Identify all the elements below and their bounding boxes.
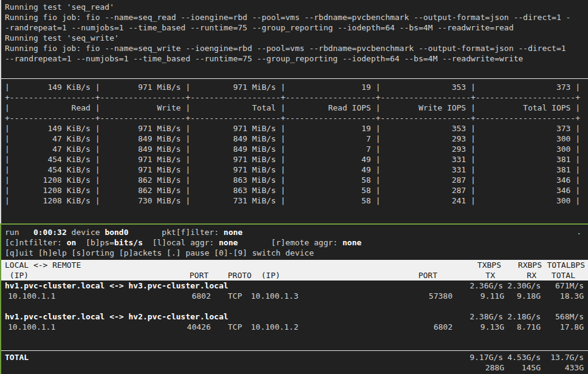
local-aggr-label: [l]ocal aggr: bbox=[143, 238, 219, 247]
storage-table-line: | Read | Write | Total | Read IOPS | Wri… bbox=[5, 103, 588, 113]
connection-hosts-row: hv1.pvc-cluster.local <-> hv3.pvc-cluste… bbox=[5, 280, 588, 291]
benchmark-pane: Running test 'seq_read'Running fio job: … bbox=[0, 0, 588, 223]
total-divider bbox=[1, 350, 588, 351]
tx-header: TX bbox=[485, 270, 495, 280]
total-rx-volume: 145G bbox=[522, 362, 541, 373]
connection-protocol: TCP bbox=[228, 291, 242, 301]
storage-table-line: | 149 KiB/s | 971 MiB/s | 971 MiB/s | 19… bbox=[5, 123, 588, 134]
rx-header: RX bbox=[527, 270, 536, 280]
run-label: run bbox=[5, 228, 33, 237]
fio-log-line: -randrepeat=1 --numjobs=1 --time_based -… bbox=[5, 22, 588, 33]
connection-grand-total: 18.3G bbox=[560, 291, 584, 301]
connection-total-rate: 671M/s bbox=[555, 280, 584, 291]
connection-local-port: 6802 bbox=[192, 291, 211, 301]
total-rate: 13.7G/s bbox=[550, 352, 584, 362]
txbps-header: TXBPS bbox=[477, 260, 501, 270]
connection-block: hv1.pvc-cluster.local <-> hv3.pvc-cluste… bbox=[5, 280, 588, 311]
header-row-1: LOCAL <-> REMOTETXBPSRXBPSTOTALBPS bbox=[5, 260, 588, 270]
remote-aggr-value: none bbox=[343, 238, 361, 247]
remote-port-header: PORT bbox=[419, 270, 437, 280]
connection-tx-rate: 2.36G/s bbox=[470, 280, 503, 291]
storage-table-line: +------------------+------------------+-… bbox=[5, 113, 588, 123]
jnettop-table-header: LOCAL <-> REMOTETXBPSRXBPSTOTALBPS (IP)P… bbox=[1, 260, 588, 280]
jnettop-pane: . run 0:00:32 device bond0 pkt[f]ilter: … bbox=[0, 225, 588, 374]
connection-hosts: hv1.pvc-cluster.local <-> hv3.pvc-cluste… bbox=[5, 281, 228, 290]
storage-table-line: | 454 KiB/s | 971 MiB/s | 971 MiB/s | 49… bbox=[5, 154, 588, 165]
total-tx-rate: 9.17G/s bbox=[470, 352, 503, 362]
connection-tx-rate: 2.38G/s bbox=[470, 311, 503, 322]
connection-rx-total: 8.71G bbox=[517, 322, 541, 332]
blank-line bbox=[5, 301, 588, 311]
fio-log-line: Running test 'seq_write' bbox=[5, 33, 588, 43]
jnettop-status-line: run 0:00:32 device bond0 pkt[f]ilter: no… bbox=[5, 227, 588, 237]
total-volume: 433G bbox=[565, 362, 584, 373]
pktfilter-value: none bbox=[224, 228, 242, 237]
activity-indicator: . bbox=[576, 226, 581, 237]
total-header: TOTAL bbox=[552, 270, 575, 280]
rxbps-header: RXBPS bbox=[518, 260, 542, 270]
connection-local-port: 40426 bbox=[187, 322, 211, 332]
connection-remote-port: 57380 bbox=[429, 291, 453, 301]
fio-log-line: --randrepeat=1 --numjobs=1 --time_based … bbox=[5, 53, 588, 64]
totalbps-header: TOTALBPS bbox=[547, 260, 585, 270]
total-tx-volume: 288G bbox=[485, 362, 504, 373]
storage-table-line: | 149 KiB/s | 971 MiB/s | 971 MiB/s | 19… bbox=[5, 82, 588, 92]
total-rx-rate: 4.53G/s bbox=[507, 352, 541, 362]
connection-remote-ip: 10.100.1.2 bbox=[251, 322, 298, 332]
total-label: TOTAL bbox=[5, 353, 29, 362]
connection-grand-total: 17.8G bbox=[560, 322, 584, 332]
device-value: bond0 bbox=[104, 228, 128, 237]
bps-label: [b]ps= bbox=[76, 238, 114, 247]
fio-log-line: Running fio job: fio --name=seq_write --… bbox=[5, 43, 588, 53]
storage-table-line: | 47 KiB/s | 849 MiB/s | 849 MiB/s | 7 |… bbox=[5, 134, 588, 144]
connection-hosts: hv1.pvc-cluster.local <-> hv2.pvc-cluste… bbox=[5, 312, 228, 321]
connection-rx-rate: 2.30G/s bbox=[507, 280, 541, 291]
storage-table-line: +------------------+------------------+-… bbox=[5, 92, 588, 103]
connection-block: hv1.pvc-cluster.local <-> hv2.pvc-cluste… bbox=[5, 311, 588, 342]
connection-total-rate: 568M/s bbox=[555, 311, 584, 322]
cntfilter-value: on bbox=[67, 238, 77, 247]
fio-log: Running test 'seq_read'Running fio job: … bbox=[5, 2, 588, 64]
port-header: PORT bbox=[190, 270, 208, 280]
totals-rate-row: TOTAL9.17G/s4.53G/s13.7G/s bbox=[5, 352, 588, 362]
connection-remote-port: 6802 bbox=[434, 322, 453, 332]
connection-hosts-row: hv1.pvc-cluster.local <-> hv2.pvc-cluste… bbox=[5, 311, 588, 322]
connection-list: hv1.pvc-cluster.local <-> hv3.pvc-cluste… bbox=[5, 280, 588, 342]
connection-local-ip: 10.100.1.1 bbox=[8, 322, 55, 332]
cntfilter-label: [c]ntfilter: bbox=[5, 238, 67, 247]
jnettop-options-line: [c]ntfilter: on [b]ps=bits/s [l]ocal agg… bbox=[5, 237, 588, 248]
storage-table-line: | 1208 KiB/s | 730 MiB/s | 731 MiB/s | 5… bbox=[5, 195, 588, 206]
remote-ip-header: (IP) bbox=[261, 270, 280, 280]
local-aggr-value: none bbox=[219, 238, 238, 247]
proto-header: PROTO bbox=[228, 270, 251, 280]
local-remote-header: LOCAL <-> REMOTE bbox=[5, 260, 81, 270]
totals-volume-row: 288G145G433G bbox=[5, 362, 588, 373]
connection-detail-row: 10.100.1.16802TCP10.100.1.3573809.11G9.1… bbox=[5, 291, 588, 301]
connection-rx-rate: 2.18G/s bbox=[507, 311, 541, 322]
remote-aggr-label: [r]emote aggr: bbox=[238, 238, 343, 247]
device-label: device bbox=[67, 228, 105, 237]
ip-header: (IP) bbox=[5, 271, 29, 280]
storage-table-line: | 47 KiB/s | 849 MiB/s | 849 MiB/s | 7 |… bbox=[5, 144, 588, 154]
pktfilter-label: pkt[f]ilter: bbox=[129, 228, 224, 237]
connection-protocol: TCP bbox=[228, 322, 242, 332]
header-row-2: (IP)PORTPROTO(IP)PORTTXRXTOTAL bbox=[5, 270, 588, 280]
runtime-value: 0:00:32 bbox=[33, 228, 67, 237]
connection-rx-total: 9.18G bbox=[517, 291, 541, 301]
connection-remote-ip: 10.100.1.3 bbox=[251, 291, 298, 301]
storage-benchmark-table: | 149 KiB/s | 971 MiB/s | 971 MiB/s | 19… bbox=[5, 82, 588, 206]
jnettop-help-line: [q]uit [h]elp [s]orting [p]ackets [.] pa… bbox=[5, 248, 588, 258]
connection-tx-total: 9.11G bbox=[480, 291, 504, 301]
storage-table-line: | 454 KiB/s | 971 MiB/s | 971 MiB/s | 49… bbox=[5, 165, 588, 175]
storage-table-line: | 1208 KiB/s | 862 MiB/s | 863 MiB/s | 5… bbox=[5, 175, 588, 185]
connection-local-ip: 10.100.1.1 bbox=[8, 291, 55, 301]
bps-value: bits/s bbox=[114, 238, 143, 247]
connection-detail-row: 10.100.1.140426TCP10.100.1.268029.13G8.7… bbox=[5, 322, 588, 332]
connection-tx-total: 9.13G bbox=[480, 322, 504, 332]
blank-line bbox=[5, 332, 588, 342]
terminal-screen: Running test 'seq_read'Running fio job: … bbox=[0, 0, 588, 374]
fio-log-line: Running test 'seq_read' bbox=[5, 2, 588, 12]
storage-table-line: | 1208 KiB/s | 862 MiB/s | 863 MiB/s | 5… bbox=[5, 185, 588, 195]
section-divider bbox=[1, 78, 588, 79]
fio-log-line: Running fio job: fio --name=seq_read --i… bbox=[5, 12, 588, 22]
